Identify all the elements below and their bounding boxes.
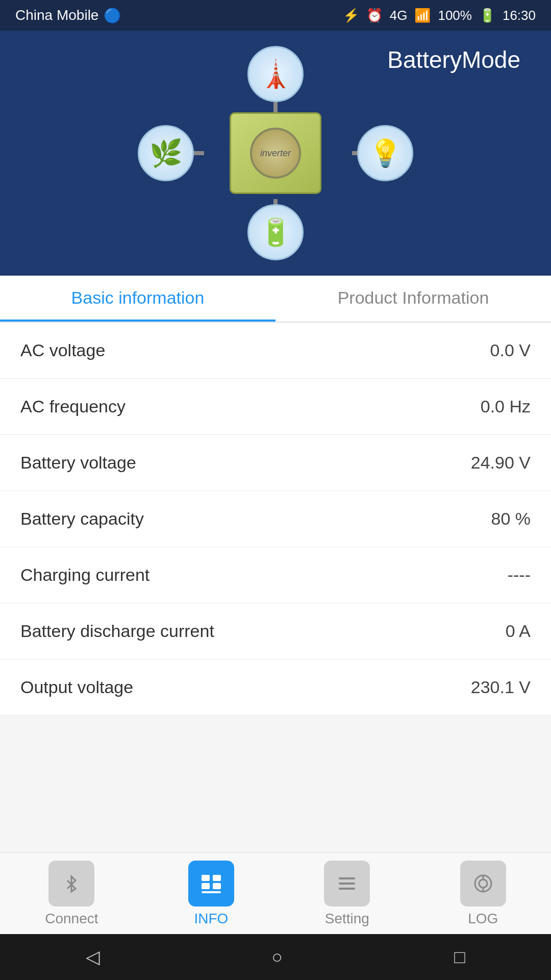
svg-rect-5 xyxy=(213,883,221,889)
inverter-inner: inverter xyxy=(250,128,301,179)
ac-voltage-label: AC voltage xyxy=(20,340,105,360)
basic-info-list: AC voltage 0.0 V AC frequency 0.0 Hz Bat… xyxy=(0,323,551,716)
home-button[interactable]: ○ xyxy=(271,946,283,968)
tab-product-information[interactable]: Product Information xyxy=(276,276,551,322)
nav-connect[interactable]: Connect xyxy=(45,861,98,927)
svg-rect-6 xyxy=(202,891,221,893)
svg-rect-7 xyxy=(339,877,355,879)
table-row: AC voltage 0.0 V xyxy=(0,323,551,379)
svg-rect-3 xyxy=(202,883,210,889)
power-tower-icon: 🗼 xyxy=(247,46,304,102)
nav-info[interactable]: INFO xyxy=(188,861,234,927)
table-row: Battery voltage 24.90 V xyxy=(0,435,551,491)
app-title: BatteryMode xyxy=(387,46,520,74)
charging-current-label: Charging current xyxy=(20,565,149,585)
svg-point-11 xyxy=(479,879,487,888)
output-voltage-value: 230.1 V xyxy=(471,677,531,697)
table-row: Battery discharge current 0 A xyxy=(0,603,551,659)
signal-icon: 📶 xyxy=(414,8,431,23)
carrier-label: China Mobile xyxy=(15,7,98,23)
svg-rect-8 xyxy=(339,883,355,885)
status-bar: China Mobile 🔵 ⚡ ⏰ 4G 📶 100% 🔋 16:30 xyxy=(0,0,551,31)
output-voltage-label: Output voltage xyxy=(20,677,133,697)
info-label: INFO xyxy=(194,911,228,927)
recent-button[interactable]: □ xyxy=(454,946,465,968)
carrier-icon: 🔵 xyxy=(104,7,121,24)
tab-basic-information[interactable]: Basic information xyxy=(0,276,276,322)
android-nav: ◁ ○ □ xyxy=(0,934,551,980)
bottom-nav: Connect INFO Setting xyxy=(0,852,551,934)
time-display: 16:30 xyxy=(503,8,536,23)
inverter-box: inverter xyxy=(230,112,321,194)
nav-setting[interactable]: Setting xyxy=(324,861,370,927)
back-button[interactable]: ◁ xyxy=(86,946,100,968)
alarm-icon: ⏰ xyxy=(366,8,383,23)
system-diagram: 🗼 🌿 💡 🔋 inverter xyxy=(148,56,403,250)
setting-label: Setting xyxy=(325,911,369,927)
setting-nav-icon xyxy=(336,872,358,895)
bluetooth-icon: ⚡ xyxy=(343,8,359,23)
battery-icon: 🔋 xyxy=(479,8,495,23)
battery-discharge-label: Battery discharge current xyxy=(20,621,214,641)
svg-rect-4 xyxy=(213,875,221,881)
battery-capacity-value: 80 % xyxy=(491,509,531,529)
ac-frequency-value: 0.0 Hz xyxy=(481,397,531,416)
table-row: Output voltage 230.1 V xyxy=(0,659,551,716)
bluetooth-nav-icon xyxy=(60,872,83,895)
battery-stack-icon: 🔋 xyxy=(247,204,304,260)
battery-percent: 100% xyxy=(438,8,472,23)
solar-panel-icon: 🌿 xyxy=(138,125,194,181)
ac-frequency-label: AC frequency xyxy=(20,397,126,416)
charging-current-value: ---- xyxy=(508,565,531,585)
table-row: Charging current ---- xyxy=(0,547,551,603)
table-row: AC frequency 0.0 Hz xyxy=(0,379,551,435)
tabs-container: Basic information Product Information xyxy=(0,276,551,323)
svg-rect-9 xyxy=(339,888,355,890)
setting-icon-box xyxy=(324,861,370,906)
svg-rect-2 xyxy=(202,875,210,881)
battery-voltage-value: 24.90 V xyxy=(471,453,531,473)
network-icon: 4G xyxy=(390,8,408,23)
info-nav-icon xyxy=(198,871,224,896)
battery-voltage-label: Battery voltage xyxy=(20,453,136,473)
log-nav-icon xyxy=(472,872,494,895)
log-label: LOG xyxy=(468,911,498,927)
content-area: AC voltage 0.0 V AC frequency 0.0 Hz Bat… xyxy=(0,323,551,853)
connect-label: Connect xyxy=(45,911,98,927)
ac-voltage-value: 0.0 V xyxy=(490,340,531,360)
carrier-info: China Mobile 🔵 xyxy=(15,7,121,24)
battery-discharge-value: 0 A xyxy=(506,621,531,641)
nav-log[interactable]: LOG xyxy=(460,861,506,927)
light-bulb-icon: 💡 xyxy=(357,125,413,181)
log-icon-box xyxy=(460,861,506,906)
status-icons: ⚡ ⏰ 4G 📶 100% 🔋 16:30 xyxy=(343,8,536,23)
table-row: Battery capacity 80 % xyxy=(0,491,551,547)
battery-capacity-label: Battery capacity xyxy=(20,509,144,529)
diagram-area: BatteryMode 🗼 🌿 💡 🔋 invert xyxy=(0,31,551,276)
connect-icon-box xyxy=(48,861,94,906)
info-icon-box xyxy=(188,861,234,906)
